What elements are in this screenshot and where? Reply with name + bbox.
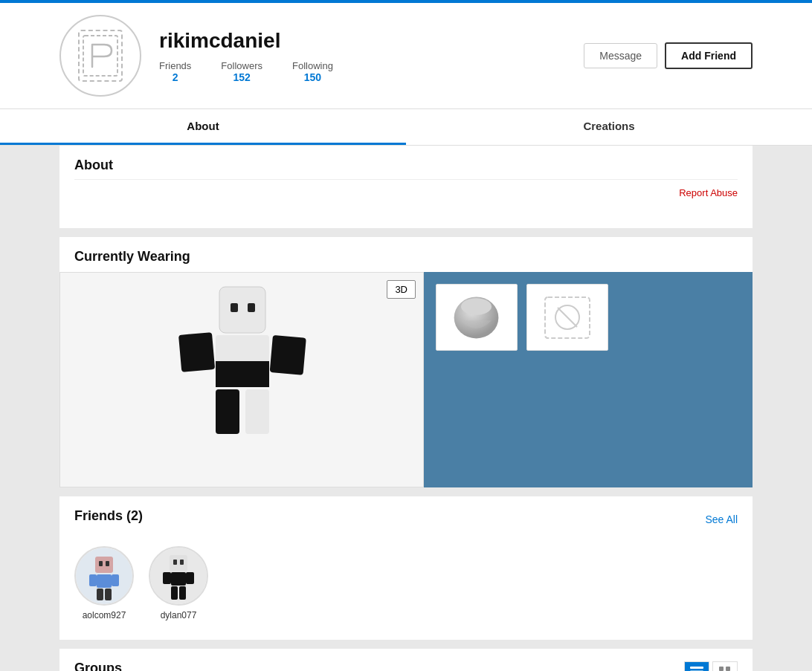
about-section: About Report Abuse xyxy=(59,146,753,228)
friends-list: aolcom927 dyla xyxy=(74,539,738,628)
groups-title: Groups xyxy=(74,661,122,671)
item-thumb-2[interactable] xyxy=(526,284,608,351)
3d-button[interactable]: 3D xyxy=(387,280,416,299)
friend-name-2: dylan077 xyxy=(161,610,197,620)
wearing-container: 3D xyxy=(59,272,753,487)
see-all-link[interactable]: See All xyxy=(705,513,738,525)
following-label: Following xyxy=(292,60,333,71)
svg-rect-36 xyxy=(719,667,724,671)
followers-value: 152 xyxy=(233,71,250,83)
svg-rect-5 xyxy=(178,332,215,372)
svg-rect-17 xyxy=(97,574,112,588)
profile-header: rikimcdaniel Friends 2 Followers 152 Fol… xyxy=(0,3,812,109)
svg-rect-31 xyxy=(173,560,177,565)
tab-creations[interactable]: Creations xyxy=(406,109,812,145)
svg-rect-8 xyxy=(245,389,269,434)
svg-rect-6 xyxy=(270,335,306,375)
svg-rect-7 xyxy=(216,389,239,434)
list-item[interactable]: dylan077 xyxy=(149,546,208,620)
message-button[interactable]: Message xyxy=(584,43,657,68)
svg-rect-37 xyxy=(726,667,730,671)
list-view-button[interactable] xyxy=(684,661,709,672)
svg-rect-18 xyxy=(89,574,97,586)
groups-section: Groups xyxy=(59,649,753,671)
view-toggle xyxy=(684,661,738,672)
avatar-3d-view: 3D xyxy=(59,272,424,487)
currently-wearing-section: Currently Wearing xyxy=(59,237,753,487)
currently-wearing: Currently Wearing xyxy=(59,237,753,265)
friends-value: 2 xyxy=(173,71,178,83)
tabs-bar: About Creations xyxy=(0,109,812,146)
currently-wearing-title: Currently Wearing xyxy=(74,249,738,265)
tab-about[interactable]: About xyxy=(0,109,406,145)
following-value: 150 xyxy=(304,71,321,83)
about-body: Report Abuse xyxy=(74,179,738,216)
friend-avatar-1 xyxy=(74,546,134,606)
main-content: About Report Abuse Currently Wearing xyxy=(0,146,812,671)
svg-rect-2 xyxy=(231,303,238,312)
stat-following: Following 150 xyxy=(292,60,333,83)
stat-followers: Followers 152 xyxy=(221,60,262,83)
profile-username: rikimcdaniel xyxy=(159,29,566,53)
about-title: About xyxy=(74,158,738,173)
profile-info: rikimcdaniel Friends 2 Followers 152 Fol… xyxy=(159,29,566,83)
friends-label: Friends xyxy=(159,60,191,71)
stat-friends: Friends 2 xyxy=(159,60,191,83)
svg-rect-9 xyxy=(216,361,269,387)
svg-rect-1 xyxy=(219,287,265,333)
svg-rect-21 xyxy=(105,589,112,600)
followers-label: Followers xyxy=(221,60,262,71)
friends-title: Friends (2) xyxy=(74,508,143,524)
groups-header: Groups xyxy=(74,661,738,671)
friend-name-1: aolcom927 xyxy=(83,610,126,620)
roblox-character-svg xyxy=(167,279,316,480)
avatar xyxy=(59,15,141,97)
items-panel xyxy=(424,272,753,487)
svg-rect-22 xyxy=(99,561,103,566)
svg-rect-33 xyxy=(690,667,703,669)
friends-header: Friends (2) See All xyxy=(74,508,738,530)
grid-view-button[interactable] xyxy=(712,661,738,672)
svg-rect-30 xyxy=(179,586,186,600)
svg-rect-20 xyxy=(97,589,103,600)
list-item[interactable]: aolcom927 xyxy=(74,546,134,620)
svg-rect-25 xyxy=(170,555,187,571)
svg-rect-32 xyxy=(180,560,184,565)
profile-actions: Message Add Friend xyxy=(584,42,753,69)
add-friend-button[interactable]: Add Friend xyxy=(665,42,753,69)
item-thumb-1[interactable] xyxy=(436,284,518,351)
friends-section: Friends (2) See All xyxy=(59,496,753,640)
svg-line-14 xyxy=(558,308,577,327)
grid-view-icon xyxy=(719,667,731,672)
profile-stats: Friends 2 Followers 152 Following 150 xyxy=(159,60,566,83)
svg-rect-23 xyxy=(106,561,109,566)
svg-rect-28 xyxy=(186,572,194,584)
list-view-icon xyxy=(690,667,703,672)
svg-rect-26 xyxy=(171,572,186,586)
report-abuse-link[interactable]: Report Abuse xyxy=(679,187,738,198)
svg-rect-16 xyxy=(95,557,113,573)
svg-point-11 xyxy=(461,298,492,314)
avatar-placeholder xyxy=(78,30,123,82)
svg-rect-29 xyxy=(171,586,178,600)
svg-rect-3 xyxy=(248,303,255,312)
svg-rect-19 xyxy=(112,574,119,586)
svg-rect-27 xyxy=(163,572,171,584)
friend-avatar-2 xyxy=(149,546,208,606)
